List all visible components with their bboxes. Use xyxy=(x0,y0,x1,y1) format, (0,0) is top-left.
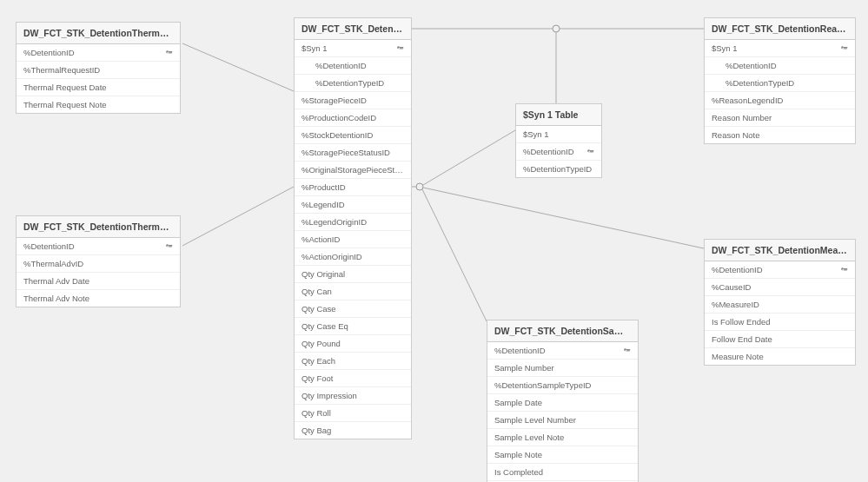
field-row[interactable]: %ActionID xyxy=(295,231,411,248)
table-body: %DetentionID%ThermalAdvIDThermal Adv Dat… xyxy=(17,238,180,307)
key-icon xyxy=(840,44,848,52)
field-row[interactable]: %StockDetentionID xyxy=(295,127,411,144)
field-name: %DetentionID xyxy=(494,346,620,355)
field-row[interactable]: Qty Each xyxy=(295,353,411,370)
field-row[interactable]: $Syn 1 xyxy=(295,40,411,57)
field-row[interactable]: %DetentionID xyxy=(487,342,638,360)
field-row[interactable]: Reason Note xyxy=(705,127,855,143)
field-row[interactable]: %MeasureID xyxy=(705,296,855,314)
field-row[interactable]: %DetentionTypeID xyxy=(705,75,855,92)
key-icon xyxy=(623,347,631,354)
field-row[interactable]: %CauseID xyxy=(705,279,855,296)
field-name: Qty Impression xyxy=(301,391,404,400)
field-row[interactable]: %DetentionID xyxy=(295,57,411,75)
field-row[interactable]: %DetentionID xyxy=(516,143,601,161)
field-name: Thermal Request Date xyxy=(23,83,173,92)
field-name: %ActionID xyxy=(301,234,404,244)
field-name: %DetentionTypeID xyxy=(315,78,404,88)
field-row[interactable]: Qty Roll xyxy=(295,405,411,422)
table-thermal-request[interactable]: DW_FCT_STK_DetentionThermalRequest_Trans… xyxy=(16,22,181,114)
field-row[interactable]: %DetentionID xyxy=(17,44,180,62)
field-name: Follow End Date xyxy=(712,334,848,344)
field-row[interactable]: %DetentionID xyxy=(705,57,855,75)
field-row[interactable]: %OriginalStoragePieceStatusID xyxy=(295,162,411,179)
table-reason[interactable]: DW_FCT_STK_DetentionReason_Transfo... $S… xyxy=(704,17,856,144)
field-row[interactable]: Qty Case Eq xyxy=(295,318,411,335)
field-row[interactable]: %ThermalAdvID xyxy=(17,255,180,273)
field-row[interactable]: Thermal Request Note xyxy=(17,96,180,113)
field-name: Reason Number xyxy=(712,113,848,122)
svg-line-5 xyxy=(423,130,515,185)
field-name: %DetentionID xyxy=(712,265,837,274)
table-body: %DetentionID%ThermalRequestIDThermal Req… xyxy=(17,44,180,113)
field-row[interactable]: %DetentionID xyxy=(705,261,855,279)
field-row[interactable]: Qty Can xyxy=(295,283,411,300)
field-row[interactable]: Thermal Adv Note xyxy=(17,290,180,307)
field-row[interactable]: Is Follow Ended xyxy=(705,314,855,331)
field-row[interactable]: Qty Impression xyxy=(295,387,411,405)
table-header: DW_FCT_STK_DetentionReason_Transfo... xyxy=(705,18,855,40)
field-row[interactable]: %DetentionTypeID xyxy=(295,75,411,92)
field-row[interactable]: %ProductID xyxy=(295,179,411,196)
field-name: Sample Level Number xyxy=(494,415,631,425)
field-row[interactable]: Sample Level Number xyxy=(487,412,638,429)
field-row[interactable]: %DetentionSampleTypeID xyxy=(487,377,638,394)
field-row[interactable]: Qty Bag xyxy=(295,422,411,439)
field-name: %ActionOriginID xyxy=(301,252,404,261)
field-row[interactable]: %ReasonLegendID xyxy=(705,92,855,109)
field-row[interactable]: Thermal Adv Date xyxy=(17,273,180,290)
field-row[interactable]: %DetentionTypeID xyxy=(516,161,601,177)
table-body: %DetentionIDSample Number%DetentionSampl… xyxy=(487,342,638,482)
field-row[interactable]: Qty Original xyxy=(295,266,411,283)
table-body: %DetentionID%CauseID%MeasureIDIs Follow … xyxy=(705,261,855,365)
svg-line-2 xyxy=(182,43,294,91)
table-thermal-adv[interactable]: DW_FCT_STK_DetentionThermalAdv_Transform… xyxy=(16,215,181,307)
table-header: DW_FCT_STK_DetentionThermalAdv_Transform xyxy=(17,216,180,238)
field-name: Qty Foot xyxy=(301,373,404,383)
field-row[interactable]: Sample Note xyxy=(487,446,638,464)
field-row[interactable]: Reason Number xyxy=(705,109,855,127)
field-row[interactable]: %DetentionID xyxy=(17,238,180,255)
field-row[interactable]: Follow End Date xyxy=(705,331,855,348)
table-body: $Syn 1%DetentionID%DetentionTypeID xyxy=(516,126,601,177)
field-name: %StockDetentionID xyxy=(301,130,404,140)
field-name: %DetentionID xyxy=(23,48,162,57)
field-row[interactable]: Sample Date xyxy=(487,394,638,412)
field-row[interactable]: %LegendOriginID xyxy=(295,214,411,231)
table-sample[interactable]: DW_FCT_STK_DetentionSample_Transform %De… xyxy=(487,320,639,482)
field-row[interactable]: %ActionOriginID xyxy=(295,248,411,266)
table-header: DW_FCT_STK_Detention_Transform xyxy=(295,18,411,40)
key-icon xyxy=(165,49,173,56)
field-name: Qty Original xyxy=(301,269,404,279)
field-row[interactable]: $Syn 1 xyxy=(516,126,601,143)
table-header: $Syn 1 Table xyxy=(516,104,601,126)
field-row[interactable]: Qty Case xyxy=(295,300,411,318)
table-measure[interactable]: DW_FCT_STK_DetentionMeasure_Transform %D… xyxy=(704,239,856,366)
table-syn1[interactable]: $Syn 1 Table $Syn 1%DetentionID%Detentio… xyxy=(515,103,602,178)
field-row[interactable]: Sample Level Note xyxy=(487,429,638,446)
field-row[interactable]: $Syn 1 xyxy=(705,40,855,57)
field-row[interactable]: Is Completed xyxy=(487,464,638,481)
field-row[interactable]: Qty Foot xyxy=(295,370,411,387)
field-row[interactable]: %StoragePieceID xyxy=(295,92,411,109)
field-row[interactable]: %LegendID xyxy=(295,196,411,214)
table-body: $Syn 1%DetentionID%DetentionTypeID%Stora… xyxy=(295,40,411,439)
field-row[interactable]: Qty Pound xyxy=(295,335,411,353)
field-name: Thermal Adv Date xyxy=(23,276,173,286)
field-row[interactable]: Thermal Request Date xyxy=(17,79,180,96)
field-name: %LegendOriginID xyxy=(301,217,404,227)
field-row[interactable]: %ThermalRequestID xyxy=(17,62,180,79)
svg-line-7 xyxy=(423,188,704,248)
field-name: %ReasonLegendID xyxy=(712,96,848,105)
field-name: Sample Number xyxy=(494,363,631,373)
field-row[interactable]: %StoragePieceStatusID xyxy=(295,144,411,162)
table-detention[interactable]: DW_FCT_STK_Detention_Transform $Syn 1%De… xyxy=(294,17,412,439)
field-name: %DetentionTypeID xyxy=(726,78,848,88)
field-name: %ThermalAdvID xyxy=(23,259,173,268)
field-name: %DetentionID xyxy=(726,61,848,70)
key-icon xyxy=(586,148,594,155)
field-name: Sample Level Note xyxy=(494,432,631,442)
field-row[interactable]: Measure Note xyxy=(705,348,855,365)
field-row[interactable]: Sample Number xyxy=(487,360,638,377)
field-row[interactable]: %ProductionCodeID xyxy=(295,109,411,127)
